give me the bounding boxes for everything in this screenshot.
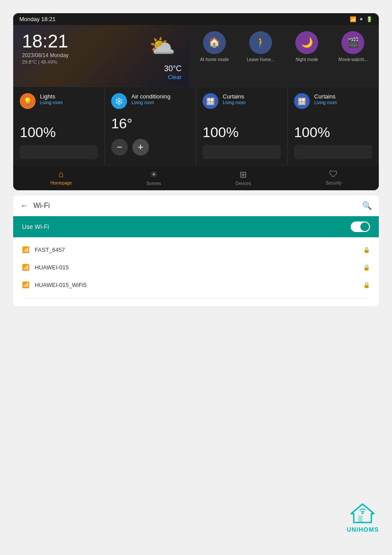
status-bar: Monday 18:21 📶 ✴ 🔋 [13, 13, 379, 25]
curtains1-slider[interactable] [203, 145, 281, 159]
night-mode-label: Night mode [296, 57, 318, 62]
curtains2-name: Curtains [314, 93, 372, 100]
scene-movie[interactable]: 🎬 Movie-watchi... [332, 31, 374, 62]
wifi-toggle-label: Use Wi-Fi [22, 223, 49, 230]
wifi-lock-icon-1: 🔒 [363, 247, 370, 253]
curtains2-icon: 🪟 [294, 93, 310, 109]
wifi-network-name-1: FAST_6457 [35, 247, 358, 253]
brand-logo: UNIHOMS [347, 502, 379, 533]
curtains1-icon: 🪟 [203, 93, 218, 109]
scene-leave-home[interactable]: 🚶 Leave home... [240, 31, 282, 62]
scene-at-home[interactable]: 🏠 At home mode [193, 31, 236, 62]
ac-name: Air conditioning [131, 93, 189, 100]
curtains2-slider[interactable] [294, 145, 372, 159]
leave-home-icon: 🚶 [249, 31, 272, 54]
wifi-lock-icon-3: 🔒 [363, 282, 370, 288]
ac-increase-button[interactable]: + [132, 139, 149, 156]
lights-value: 100% [20, 124, 98, 141]
weather-condition: Clear [168, 74, 181, 80]
ac-room: Living room [131, 100, 189, 105]
curtains2-room: Living room [314, 100, 372, 105]
wifi-network-list: 📶 FAST_6457 🔒 📶 HUAWEI-015 🔒 📶 HUAWEI-01… [13, 237, 379, 306]
scene-night-mode[interactable]: 🌙 Night mode [286, 31, 328, 62]
curtains2-value: 100% [294, 124, 372, 141]
wifi-lock-icon-2: 🔒 [363, 264, 370, 271]
wifi-network-huawei015[interactable]: 📶 HUAWEI-015 🔒 [13, 258, 379, 276]
nav-devices[interactable]: ⊞ Devices [236, 169, 251, 186]
wifi-panel: ← Wi-Fi 🔍 Use Wi-Fi 📶 FAST_6457 🔒 📶 HUAW… [13, 196, 379, 306]
wifi-header: ← Wi-Fi 🔍 [13, 196, 379, 216]
device-lights[interactable]: 💡 Lights Living room 100% [13, 87, 105, 166]
lights-slider[interactable] [20, 145, 98, 159]
device-curtains-2[interactable]: 🪟 Curtains Living room 100% [287, 87, 379, 166]
lights-name: Lights [40, 93, 98, 100]
devices-icon: ⊞ [240, 169, 247, 180]
bottom-nav: ⌂ Homepage ☀ Scenes ⊞ Devices 🛡 Security [13, 166, 379, 190]
wifi-title: Wi-Fi [33, 202, 357, 210]
svg-point-2 [362, 512, 363, 514]
wifi-signal-icon-2: 📶 [22, 264, 29, 271]
movie-icon: 🎬 [341, 31, 364, 54]
at-home-label: At home mode [200, 57, 229, 62]
lights-room: Living room [40, 100, 98, 105]
curtains1-value: 100% [203, 124, 281, 141]
device-curtains2-header: 🪟 Curtains Living room [294, 93, 372, 109]
curtains1-room: Living room [223, 100, 281, 105]
wifi-toggle-row: Use Wi-Fi [13, 216, 379, 237]
security-label: Security [326, 181, 341, 185]
nav-security[interactable]: 🛡 Security [326, 169, 341, 186]
status-icons: 📶 ✴ 🔋 [350, 16, 373, 22]
wifi-signal-icon-1: 📶 [22, 246, 29, 253]
night-mode-icon: 🌙 [295, 31, 318, 54]
brand-house-icon [349, 502, 376, 524]
curtains1-name: Curtains [223, 93, 281, 100]
weather-cloud-icon: ⛅ [149, 34, 175, 58]
ac-controls: − + [111, 139, 189, 156]
device-grid: 💡 Lights Living room 100% ❄️ Air conditi… [13, 87, 379, 166]
homepage-icon: ⌂ [58, 169, 64, 179]
smart-home-panel: Monday 18:21 📶 ✴ 🔋 ⛅ 18:21 2023/08/14 Mo… [13, 13, 379, 190]
weather-card: ⛅ 18:21 2023/08/14 Monday 29.8°C | 48.49… [13, 25, 189, 87]
toggle-knob [360, 222, 369, 231]
device-curtains-1[interactable]: 🪟 Curtains Living room 100% [196, 87, 287, 166]
scenes-icon: ☀ [150, 169, 158, 180]
wifi-signal-icon-3: 📶 [22, 281, 29, 288]
ac-value: 16° [111, 116, 189, 132]
movie-label: Movie-watchi... [338, 57, 368, 62]
wifi-network-huawei015-wifi5[interactable]: 📶 HUAWEI-015_WiFi5 🔒 [13, 276, 379, 294]
brand-name-text: UNIHOMS [347, 526, 379, 533]
device-curtains1-header: 🪟 Curtains Living room [203, 93, 281, 109]
curtains1-title-group: Curtains Living room [223, 93, 281, 105]
curtains2-title-group: Curtains Living room [314, 93, 372, 105]
wifi-back-button[interactable]: ← [20, 201, 28, 210]
scenes-card: 🏠 At home mode 🚶 Leave home... 🌙 Night m… [189, 25, 379, 87]
wifi-network-fast6457[interactable]: 📶 FAST_6457 🔒 [13, 241, 379, 258]
homepage-label: Homepage [51, 181, 72, 185]
nav-scenes[interactable]: ☀ Scenes [146, 169, 161, 186]
at-home-icon: 🏠 [203, 31, 226, 54]
wifi-toggle-switch[interactable] [351, 221, 370, 232]
lights-title-group: Lights Living room [40, 93, 98, 105]
battery-status-icon: 🔋 [366, 16, 373, 22]
svg-rect-1 [358, 515, 363, 522]
weather-temperature: 30°C [164, 64, 181, 73]
top-section: ⛅ 18:21 2023/08/14 Monday 29.8°C | 48.49… [13, 25, 379, 87]
wifi-status-icon: 📶 [350, 16, 356, 22]
device-lights-header: 💡 Lights Living room [20, 93, 98, 109]
lights-icon: 💡 [20, 93, 36, 109]
bluetooth-status-icon: ✴ [359, 16, 363, 22]
wifi-divider [22, 298, 370, 298]
status-time: Monday 18:21 [19, 16, 55, 22]
wifi-search-button[interactable]: 🔍 [362, 201, 372, 210]
leave-home-label: Leave home... [247, 57, 274, 62]
wifi-network-name-3: HUAWEI-015_WiFi5 [35, 282, 358, 288]
brand-area: UNIHOMS [13, 315, 379, 542]
scenes-label: Scenes [146, 181, 161, 186]
device-ac-header: ❄️ Air conditioning Living room [111, 93, 189, 109]
weather-stats: 29.8°C | 48.49% [22, 59, 180, 65]
ac-decrease-button[interactable]: − [111, 139, 128, 156]
ac-title-group: Air conditioning Living room [131, 93, 189, 105]
device-ac[interactable]: ❄️ Air conditioning Living room 16° − + [105, 87, 196, 166]
ac-icon: ❄️ [111, 93, 127, 109]
nav-homepage[interactable]: ⌂ Homepage [51, 169, 72, 186]
